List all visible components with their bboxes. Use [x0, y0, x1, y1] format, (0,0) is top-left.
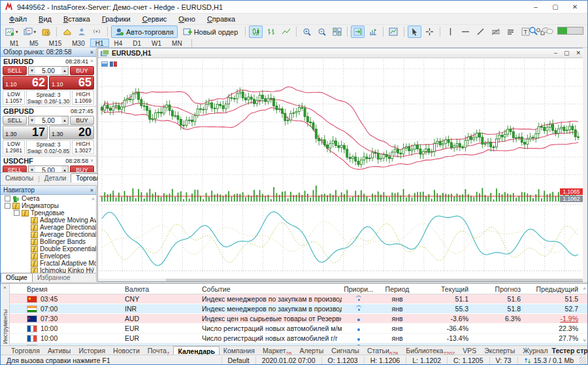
menu-item[interactable]: Графики	[96, 14, 137, 24]
horizontal-line-tool-button[interactable]	[459, 26, 472, 38]
resize-grip[interactable]	[580, 356, 586, 365]
calendar-event-row[interactable]: 07:00 INR Индекс менеджеров по закупкам …	[10, 304, 587, 314]
stepper-down-icon[interactable]: ▼	[29, 116, 35, 124]
bottom-tab[interactable]: Почта7	[144, 346, 174, 355]
bottom-tab[interactable]: История	[74, 346, 109, 355]
zoom-out-button[interactable]	[315, 26, 329, 38]
tab-favorites[interactable]: Избранное	[33, 273, 75, 282]
col-actual[interactable]: Текущий	[419, 285, 472, 293]
col-currency[interactable]: Валюта	[125, 285, 202, 293]
bottom-tab[interactable]: Маркет26	[259, 346, 295, 355]
tile-windows-button[interactable]	[330, 26, 344, 38]
tree-item[interactable]: Ichimoku Kinko Hy	[1, 267, 96, 273]
menu-item[interactable]: Сервис	[137, 14, 173, 24]
menu-item[interactable]: Справка	[201, 14, 241, 24]
menu-item[interactable]: Файл	[3, 14, 33, 24]
bottom-tab[interactable]: Новости	[109, 346, 144, 355]
sell-button[interactable]: SELL	[3, 66, 27, 75]
tree-item[interactable]: Трендовые	[1, 209, 96, 217]
timeframe-button[interactable]: W1	[146, 39, 167, 47]
chart-shift-button[interactable]	[351, 26, 365, 38]
search-icon[interactable]	[529, 26, 538, 35]
menu-item[interactable]: Вид	[33, 14, 57, 24]
scroll-down-icon[interactable]: ˅	[90, 158, 93, 164]
timeframe-button[interactable]: M15	[44, 39, 67, 47]
chat-icon[interactable]	[542, 27, 553, 35]
bottom-tab[interactable]: Календарь	[173, 346, 219, 355]
calendar-event-row[interactable]: 07:30 AUD Индекс цен на сырьевые товары …	[10, 314, 587, 324]
chart-close-icon[interactable]: ✕	[576, 50, 581, 56]
candlestick-chart-button[interactable]: 1	[249, 26, 263, 38]
tree-item[interactable]: Индикаторы	[1, 202, 96, 209]
stepper-up-icon[interactable]: ▲	[61, 116, 68, 124]
bar-chart-button[interactable]	[264, 26, 278, 38]
chart-maximize-icon[interactable]: ▢	[564, 50, 570, 56]
line-chart-button[interactable]	[279, 26, 293, 38]
menu-item[interactable]: Окно	[172, 14, 201, 24]
tree-item[interactable]: Adaptive Moving Av	[1, 217, 96, 224]
data-window-button[interactable]	[75, 26, 89, 38]
crosshair-tool-button[interactable]	[423, 26, 436, 38]
timeframe-button[interactable]: M5	[24, 39, 44, 47]
tree-expand-icon[interactable]	[5, 203, 10, 209]
price-chart[interactable]	[98, 58, 583, 279]
chart-canvas[interactable]: 1.1065 1.1062	[98, 58, 583, 279]
tree-expand-icon[interactable]	[5, 196, 10, 201]
bottom-tab[interactable]: Статьи678	[363, 346, 402, 355]
bottom-tab[interactable]: Алерты	[295, 346, 327, 355]
tree-item[interactable]: Envelopes	[1, 252, 96, 260]
tree-item[interactable]: Fractal Adaptive Mo	[1, 260, 96, 267]
autotrade-toggle-button[interactable]: Авто-торговля	[111, 26, 178, 38]
bottom-tab[interactable]: Компания	[220, 346, 259, 355]
signals-icon-button[interactable]	[90, 26, 104, 38]
cursor-tool-button[interactable]	[408, 26, 421, 38]
timeframe-button[interactable]: M30	[67, 39, 90, 47]
bottom-tab[interactable]: Торговля	[7, 346, 44, 355]
volume-value[interactable]: 5.00	[35, 67, 61, 75]
maximize-button[interactable]: ▢	[546, 1, 565, 14]
tab-common[interactable]: Общие	[1, 273, 33, 282]
scroll-down-icon[interactable]: ˅	[91, 266, 95, 271]
tab-details[interactable]: Детали	[40, 174, 71, 182]
col-period[interactable]: Период	[376, 285, 419, 293]
bottom-tab[interactable]: Журнал	[519, 346, 551, 355]
bid-price-box[interactable]: 1.3017	[3, 126, 48, 139]
bottom-tab[interactable]: VPS	[459, 346, 480, 355]
bottom-tab[interactable]: Активы	[44, 346, 75, 355]
scroll-up-icon[interactable]: ˄	[583, 286, 586, 292]
col-forecast[interactable]: Прогноз	[472, 285, 525, 293]
vertical-line-tool-button[interactable]	[444, 26, 457, 38]
trendline-tool-button[interactable]	[474, 26, 487, 38]
tree-item[interactable]: Average Directional	[1, 224, 96, 231]
bottom-tab[interactable]: Эксперты	[480, 346, 519, 355]
zoom-in-button[interactable]	[300, 26, 314, 38]
chart-title-bar[interactable]: EURUSD,H1 – ▢ ✕	[98, 48, 583, 58]
status-profile[interactable]: Default	[221, 356, 255, 365]
volume-stepper[interactable]: ▼5.00▲	[28, 66, 69, 75]
tree-item[interactable]: Average Directional	[1, 231, 96, 238]
sell-button[interactable]: SELL	[3, 116, 27, 125]
calendar-event-row[interactable]: 03:45 CNY Индекс менеджеров по закупкам …	[10, 294, 587, 304]
auto-scroll-button[interactable]	[366, 26, 380, 38]
chart-minimize-icon[interactable]: –	[554, 50, 557, 56]
scroll-up-icon[interactable]: ˄	[91, 196, 95, 202]
tree-item[interactable]: Bollinger Bands	[1, 238, 96, 245]
strategy-tester-label[interactable]: Тестер стратегий	[552, 347, 588, 355]
bottom-tab[interactable]: Библиотека7202	[402, 346, 459, 355]
chart-horizontal-scrollbar[interactable]	[98, 279, 583, 281]
tree-item[interactable]: Double Exponential	[1, 245, 96, 252]
scroll-down-icon[interactable]: ˅	[583, 338, 586, 343]
col-time[interactable]: Время	[27, 285, 125, 293]
new-order-button[interactable]: Новый ордер	[179, 26, 242, 38]
close-panel-icon[interactable]: ×	[90, 49, 93, 56]
channel-tool-button[interactable]	[504, 26, 517, 38]
fibonacci-tool-button[interactable]	[489, 26, 502, 38]
timeframe-button[interactable]: H4	[109, 39, 128, 47]
ask-price-box[interactable]: 1.1065	[49, 76, 94, 90]
buy-button[interactable]: BUY	[70, 66, 94, 75]
scroll-up-icon[interactable]: ˄	[90, 58, 93, 64]
col-previous[interactable]: Предыдущий	[525, 285, 587, 293]
col-priority[interactable]: Приори...	[342, 285, 376, 293]
market-watch-toggle-button[interactable]	[60, 26, 74, 38]
timeframe-button[interactable]: D1	[127, 39, 146, 47]
